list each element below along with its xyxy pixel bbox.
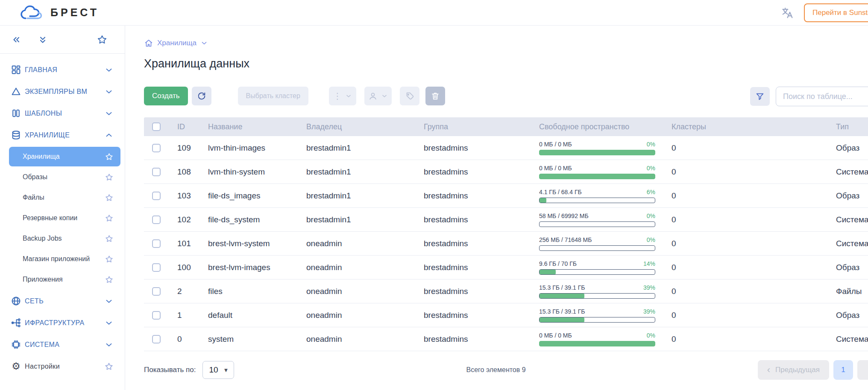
free-space-percent: 0% — [647, 141, 655, 148]
sidebar-subitem-files[interactable]: Файлы — [9, 188, 120, 207]
row-checkbox[interactable] — [152, 144, 161, 152]
header-clusters[interactable]: Кластеры — [663, 122, 827, 131]
create-button[interactable]: Создать — [144, 87, 188, 105]
cell-id: 2 — [169, 287, 199, 296]
table-row[interactable]: 100 brest-lvm-images oneadmin brestadmin… — [144, 256, 868, 279]
table-row[interactable]: 102 file-ds_system brestadmin1 brestadmi… — [144, 208, 868, 232]
sidebar-subitem-backups[interactable]: Резервные копии — [9, 208, 120, 228]
cell-group: brestadmins — [415, 167, 531, 177]
cell-id: 109 — [169, 143, 199, 153]
row-checkbox[interactable] — [152, 168, 161, 176]
goto-sunstone-button[interactable]: Перейти в Sunstone — [804, 3, 868, 22]
collapse-all-icon[interactable] — [38, 35, 48, 45]
cell-free-space: 256 МБ / 71648 МБ 0% — [531, 236, 663, 251]
toolbar: Создать Выбрать кластер ⋮ — [144, 87, 868, 105]
header-free-space[interactable]: Свободное пространство — [531, 122, 663, 131]
cell-name[interactable]: lvm-thin-system — [199, 167, 298, 177]
chevron-up-icon — [104, 131, 114, 140]
sidebar-item-infrastructure[interactable]: ИФРАСТРУКТУРА — [0, 312, 125, 334]
translate-icon[interactable] — [781, 6, 794, 19]
sidebar-item-templates[interactable]: ШАБЛОНЫ — [0, 102, 125, 124]
row-checkbox[interactable] — [152, 192, 161, 200]
chevron-down-icon — [104, 318, 114, 328]
table-header-row: ID Название Владелец Группа Свободное пр… — [144, 117, 868, 136]
sidebar-subitem-apps[interactable]: Приложения — [9, 270, 120, 289]
row-checkbox[interactable] — [152, 239, 161, 248]
breadcrumb[interactable]: Хранилища — [144, 38, 208, 48]
sidebar-item-glavnaya[interactable]: ГЛАВНАЯ — [0, 59, 125, 81]
sidebar-item-settings[interactable]: ⚙Настройки — [0, 355, 125, 377]
header-name[interactable]: Название — [199, 122, 298, 131]
cell-type: Система — [827, 167, 868, 177]
cell-name[interactable]: brest-lvm-images — [199, 263, 298, 272]
row-checkbox[interactable] — [152, 335, 161, 343]
table-row[interactable]: 101 brest-lvm-system oneadmin brestadmin… — [144, 232, 868, 256]
table-row[interactable]: 108 lvm-thin-system brestadmin1 brestadm… — [144, 160, 868, 184]
ownership-menu-button[interactable] — [364, 87, 392, 105]
header-owner[interactable]: Владелец — [298, 122, 415, 131]
sidebar-item-vm-instances[interactable]: ЭКЗЕМПЛЯРЫ ВМ — [0, 81, 125, 102]
star-icon — [105, 152, 114, 161]
filter-button[interactable] — [750, 87, 770, 106]
previous-page-button[interactable]: ‹ Предыдущая — [758, 360, 829, 380]
per-page-select[interactable]: 10 ▼ — [202, 361, 234, 379]
chevron-down-icon — [104, 109, 114, 118]
sidebar-subitem-marketplace[interactable]: Магазин приложений — [9, 249, 120, 269]
row-checkbox[interactable] — [152, 263, 161, 272]
header-type[interactable]: Тип — [827, 122, 868, 131]
sidebar-subitem-backup-jobs[interactable]: Backup Jobs — [9, 229, 120, 248]
cell-name[interactable]: system — [199, 335, 298, 344]
sidebar-item-storage[interactable]: ХРАНИЛИЩЕ — [0, 124, 125, 146]
refresh-icon — [197, 91, 206, 101]
table-row[interactable]: 103 file-ds_images brestadmin1 brestadmi… — [144, 184, 868, 208]
cell-group: brestadmins — [415, 335, 531, 344]
select-all-checkbox[interactable] — [152, 122, 161, 131]
select-cluster-button[interactable]: Выбрать кластер — [238, 87, 308, 105]
cell-free-space: 58 МБ / 69992 МБ 0% — [531, 212, 663, 227]
row-checkbox[interactable] — [152, 287, 161, 296]
header-id[interactable]: ID — [169, 122, 199, 131]
sidebar-item-network[interactable]: СЕТЬ — [0, 290, 125, 312]
cell-name[interactable]: file-ds_system — [199, 215, 298, 224]
cell-name[interactable]: default — [199, 311, 298, 320]
label-button[interactable] — [400, 87, 419, 105]
sidebar-controls — [0, 26, 125, 54]
star-icon — [105, 255, 114, 264]
favorites-star-icon[interactable] — [97, 34, 108, 45]
row-checkbox[interactable] — [152, 311, 161, 320]
page-number-button[interactable]: 1 — [833, 360, 853, 380]
cell-name[interactable]: brest-lvm-system — [199, 239, 298, 248]
header-group[interactable]: Группа — [415, 122, 531, 131]
table-row[interactable]: 1 default oneadmin brestadmins 15.3 ГБ /… — [144, 303, 868, 327]
sidebar-item-label: ЭКЗЕМПЛЯРЫ ВМ — [25, 88, 87, 96]
free-space-percent: 14% — [643, 260, 655, 267]
cell-name[interactable]: file-ds_images — [199, 191, 298, 201]
table-row[interactable]: 0 system oneadmin brestadmins 0 МБ / 0 М… — [144, 327, 868, 351]
sidebar-subitem-label: Приложения — [23, 276, 63, 283]
table-row[interactable]: 109 lvm-thin-images brestadmin1 brestadm… — [144, 136, 868, 160]
cell-owner: brestadmin1 — [298, 191, 415, 201]
row-checkbox[interactable] — [152, 215, 161, 224]
cell-clusters: 0 — [663, 143, 827, 153]
table-row[interactable]: 2 files oneadmin brestadmins 15.3 ГБ / 3… — [144, 279, 868, 303]
actions-menu-button[interactable]: ⋮ — [329, 87, 356, 105]
cell-clusters: 0 — [663, 191, 827, 201]
sidebar-subitem-label: Файлы — [23, 194, 44, 201]
delete-button[interactable] — [425, 87, 445, 105]
cell-name[interactable]: files — [199, 287, 298, 296]
cell-type: Система — [827, 239, 868, 248]
free-space-text: 0 МБ / 0 МБ — [539, 165, 572, 172]
sidebar-item-label: ИФРАСТРУКТУРА — [25, 319, 85, 327]
sidebar-subitem-datastores[interactable]: Хранилища — [9, 147, 120, 166]
star-icon — [104, 362, 114, 371]
cell-name[interactable]: lvm-thin-images — [199, 143, 298, 153]
free-space-progress-bar — [539, 341, 655, 346]
collapse-sidebar-icon[interactable] — [11, 35, 21, 45]
gear-icon: ⚙ — [11, 361, 21, 372]
cell-clusters: 0 — [663, 335, 827, 344]
refresh-button[interactable] — [192, 87, 211, 105]
sidebar-item-system[interactable]: СИСТЕМА — [0, 334, 125, 355]
sidebar-subitem-images[interactable]: Образы — [9, 167, 120, 187]
next-page-button[interactable]: Следующая — [857, 360, 868, 380]
search-input[interactable] — [776, 87, 868, 106]
